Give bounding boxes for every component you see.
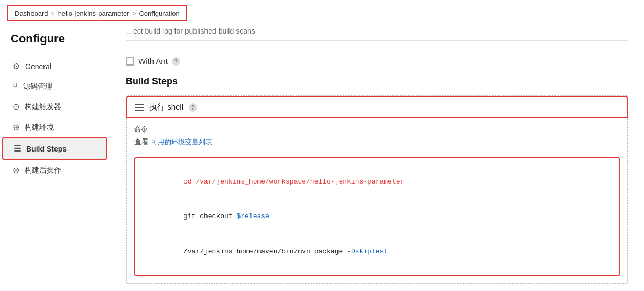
with-ant-row: With Ant ? bbox=[126, 49, 628, 76]
configure-title: Configure bbox=[0, 27, 110, 56]
source-icon: ⑂ bbox=[13, 82, 18, 91]
main-content: …ect build log for published build scans… bbox=[110, 27, 644, 291]
sidebar-item-post-build[interactable]: ⊛ 构建后操作 bbox=[2, 160, 107, 180]
sidebar-label-build-steps: Build Steps bbox=[26, 145, 67, 153]
sidebar-item-source[interactable]: ⑂ 源码管理 bbox=[2, 77, 107, 96]
step-body: 命令 查看 可用的环境变量列表 cd /var/jenkins_home/wor… bbox=[126, 118, 628, 283]
breadcrumb: Dashboard > hello-jenkins-parameter > Co… bbox=[7, 5, 187, 21]
build-steps-icon: ☰ bbox=[14, 144, 21, 154]
step-header: 执行 shell ? bbox=[126, 96, 628, 118]
build-step-card: 执行 shell ? 命令 查看 可用的环境变量列表 cd /var/jenki… bbox=[126, 95, 628, 284]
build-steps-section-title: Build Steps bbox=[126, 76, 628, 87]
with-ant-checkbox[interactable] bbox=[126, 57, 134, 66]
sidebar-item-env[interactable]: ⊕ 构建环境 bbox=[2, 117, 107, 137]
breadcrumb-dashboard[interactable]: Dashboard bbox=[15, 9, 48, 17]
code-line-3a: /var/jenkins_home/maven/bin/mvn package bbox=[183, 247, 347, 255]
breadcrumb-project[interactable]: hello-jenkins-parameter bbox=[58, 9, 129, 17]
step-help-icon[interactable]: ? bbox=[189, 103, 197, 112]
sidebar-item-build-steps[interactable]: ☰ Build Steps bbox=[2, 137, 107, 160]
gear-icon: ⚙ bbox=[13, 61, 20, 71]
sidebar-label-post-build: 构建后操作 bbox=[25, 166, 61, 175]
sidebar: Configure ⚙ General ⑂ 源码管理 ⊙ 构建触发器 ⊕ 构建环… bbox=[0, 27, 110, 291]
env-link-row: 查看 可用的环境变量列表 bbox=[134, 137, 620, 152]
step-label: 执行 shell bbox=[149, 102, 183, 112]
with-ant-help-icon[interactable]: ? bbox=[172, 57, 180, 66]
breadcrumb-sep-2: > bbox=[132, 10, 136, 17]
breadcrumb-config[interactable]: Configuration bbox=[139, 9, 179, 17]
sidebar-item-triggers[interactable]: ⊙ 构建触发器 bbox=[2, 96, 107, 117]
command-label: 命令 bbox=[134, 125, 620, 134]
post-build-icon: ⊛ bbox=[13, 165, 19, 175]
drag-handle-icon[interactable] bbox=[135, 104, 144, 111]
trigger-icon: ⊙ bbox=[13, 102, 19, 112]
sidebar-label-source: 源码管理 bbox=[23, 82, 52, 91]
code-line-2b: $release bbox=[236, 212, 269, 220]
env-link-prefix: 查看 bbox=[134, 137, 149, 146]
code-area[interactable]: cd /var/jenkins_home/workspace/hello-jen… bbox=[134, 157, 620, 276]
code-line-1: cd /var/jenkins_home/workspace/hello-jen… bbox=[183, 178, 404, 186]
sidebar-label-general: General bbox=[25, 62, 51, 71]
code-line-3b: -DskipTest bbox=[347, 247, 388, 255]
sidebar-label-env: 构建环境 bbox=[25, 123, 54, 132]
with-ant-label: With Ant bbox=[138, 57, 168, 66]
sidebar-label-triggers: 构建触发器 bbox=[25, 102, 61, 112]
breadcrumb-sep-1: > bbox=[51, 10, 55, 17]
code-line-2a: git checkout bbox=[183, 212, 236, 220]
env-icon: ⊕ bbox=[13, 122, 19, 132]
sidebar-item-general[interactable]: ⚙ General bbox=[2, 56, 107, 77]
top-hint: …ect build log for published build scans bbox=[126, 27, 628, 38]
env-link[interactable]: 可用的环境变量列表 bbox=[151, 137, 212, 147]
